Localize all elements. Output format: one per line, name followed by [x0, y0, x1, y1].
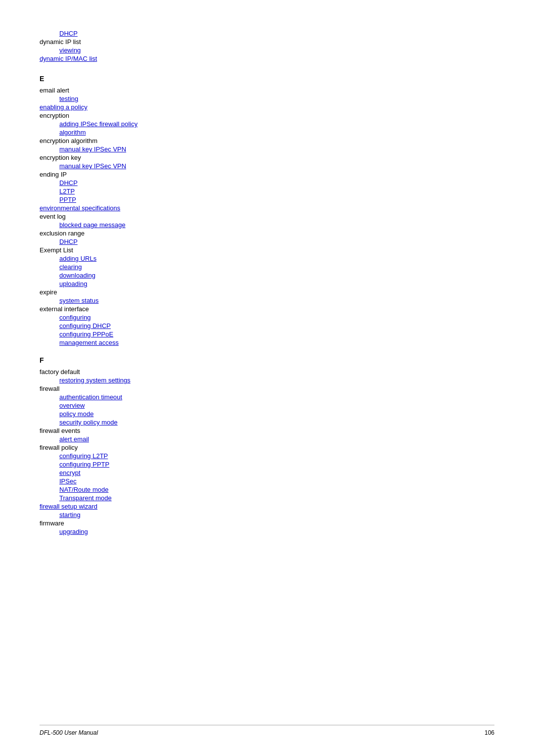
enabling-a-policy-link[interactable]: enabling a policy: [40, 103, 88, 111]
list-item: testing: [59, 95, 494, 102]
downloading-link[interactable]: downloading: [59, 272, 95, 279]
configuring-dhcp-link[interactable]: configuring DHCP: [59, 322, 111, 330]
list-item: algorithm: [59, 129, 494, 136]
list-item: firmware: [40, 520, 494, 527]
list-item: management access: [59, 339, 494, 346]
dhcp-link-ending[interactable]: DHCP: [59, 179, 78, 187]
list-item: encrypt: [59, 469, 494, 476]
overview-link[interactable]: overview: [59, 402, 85, 409]
pptp-link-ending[interactable]: PPTP: [59, 196, 76, 203]
encryption-algorithm-label: encryption algorithm: [40, 137, 97, 144]
list-item: encryption key: [40, 154, 494, 161]
section-f: F factory default restoring system setti…: [40, 356, 494, 535]
algorithm-link[interactable]: algorithm: [59, 129, 86, 136]
firewall-policy-label: firewall policy: [40, 444, 78, 451]
list-item: upgrading: [59, 528, 494, 535]
environmental-specifications-link[interactable]: environmental specifications: [40, 204, 120, 212]
list-item: firewall events: [40, 427, 494, 434]
ending-ip-label: ending IP: [40, 171, 67, 178]
firewall-label: firewall: [40, 385, 59, 392]
list-item: factory default: [40, 368, 494, 376]
policy-mode-link[interactable]: policy mode: [59, 410, 93, 418]
list-item: security policy mode: [59, 419, 494, 426]
security-policy-mode-link[interactable]: security policy mode: [59, 419, 118, 426]
list-item: adding URLs: [59, 255, 494, 262]
list-item: adding IPSec firewall policy: [59, 120, 494, 128]
uploading-link[interactable]: uploading: [59, 280, 87, 287]
list-item: firewall policy: [40, 444, 494, 451]
list-item: clearing: [59, 263, 494, 271]
list-item: PPTP: [59, 196, 494, 203]
configuring-link[interactable]: configuring: [59, 314, 91, 321]
list-item: DHCP: [59, 238, 494, 245]
adding-ipsec-firewall-policy-link[interactable]: adding IPSec firewall policy: [59, 120, 137, 128]
encrypt-link[interactable]: encrypt: [59, 469, 81, 476]
l2tp-link-ending[interactable]: L2TP: [59, 188, 75, 195]
manual-key-ipsec-vpn-link-1[interactable]: manual key IPSec VPN: [59, 145, 126, 153]
configuring-l2tp-link[interactable]: configuring L2TP: [59, 452, 108, 460]
encryption-label: encryption: [40, 112, 69, 119]
encryption-key-label: encryption key: [40, 154, 81, 161]
section-f-header: F: [40, 356, 494, 364]
dhcp-link-exclusion[interactable]: DHCP: [59, 238, 78, 245]
list-item: expire: [40, 288, 494, 296]
list-item: encryption algorithm: [40, 137, 494, 144]
list-item: overview: [59, 402, 494, 409]
list-item: system status: [59, 297, 494, 304]
list-item: authentication timeout: [59, 393, 494, 401]
starting-link[interactable]: starting: [59, 511, 81, 519]
firewall-setup-wizard-link[interactable]: firewall setup wizard: [40, 503, 97, 510]
list-item: configuring PPTP: [59, 461, 494, 468]
manual-key-ipsec-vpn-link-2[interactable]: manual key IPSec VPN: [59, 162, 126, 170]
dhcp-link-top[interactable]: DHCP: [59, 30, 78, 37]
blocked-page-message-link[interactable]: blocked page message: [59, 221, 126, 229]
list-item: dynamic IP list: [40, 38, 494, 46]
list-item: ending IP: [40, 171, 494, 178]
restoring-system-settings-link[interactable]: restoring system settings: [59, 377, 131, 384]
viewing-link[interactable]: viewing: [59, 47, 81, 54]
dynamic-ip-mac-list-link[interactable]: dynamic IP/MAC list: [40, 55, 97, 62]
management-access-link[interactable]: management access: [59, 339, 119, 346]
ipsec-link[interactable]: IPSec: [59, 477, 77, 485]
clearing-link[interactable]: clearing: [59, 263, 82, 271]
top-section: DHCP dynamic IP list viewing dynamic IP/…: [40, 30, 494, 62]
system-status-link[interactable]: system status: [59, 297, 98, 304]
firewall-events-label: firewall events: [40, 427, 80, 434]
dynamic-ip-list-label: dynamic IP list: [40, 38, 81, 46]
list-item: viewing: [59, 47, 494, 54]
transparent-mode-link[interactable]: Transparent mode: [59, 494, 112, 502]
list-item: uploading: [59, 280, 494, 287]
list-item: blocked page message: [59, 221, 494, 229]
list-item: encryption: [40, 112, 494, 119]
section-e-header: E: [40, 75, 494, 83]
list-item: manual key IPSec VPN: [59, 145, 494, 153]
list-item: downloading: [59, 272, 494, 279]
list-item: Transparent mode: [59, 494, 494, 502]
list-item: alert email: [59, 435, 494, 443]
list-item: L2TP: [59, 188, 494, 195]
list-item: IPSec: [59, 477, 494, 485]
external-interface-label: external interface: [40, 305, 89, 313]
configuring-pppoe-link[interactable]: configuring PPPoE: [59, 331, 113, 338]
page-footer: DFL-500 User Manual 106: [40, 725, 494, 736]
event-log-label: event log: [40, 213, 66, 220]
testing-link[interactable]: testing: [59, 95, 78, 102]
list-item: DHCP: [59, 30, 494, 37]
authentication-timeout-link[interactable]: authentication timeout: [59, 393, 122, 401]
nat-route-mode-link[interactable]: NAT/Route mode: [59, 486, 108, 493]
list-item: email alert: [40, 87, 494, 94]
footer-page: 106: [485, 729, 494, 736]
list-item: configuring PPPoE: [59, 331, 494, 338]
firmware-label: firmware: [40, 520, 64, 527]
alert-email-link[interactable]: alert email: [59, 435, 89, 443]
list-item: dynamic IP/MAC list: [40, 55, 494, 62]
list-item: exclusion range: [40, 230, 494, 237]
configuring-pptp-link[interactable]: configuring PPTP: [59, 461, 109, 468]
list-item: NAT/Route mode: [59, 486, 494, 493]
adding-urls-link[interactable]: adding URLs: [59, 255, 96, 262]
expire-label: expire: [40, 288, 57, 296]
list-item: manual key IPSec VPN: [59, 162, 494, 170]
factory-default-label: factory default: [40, 368, 80, 376]
footer-title: DFL-500 User Manual: [40, 729, 98, 736]
upgrading-link[interactable]: upgrading: [59, 528, 88, 535]
